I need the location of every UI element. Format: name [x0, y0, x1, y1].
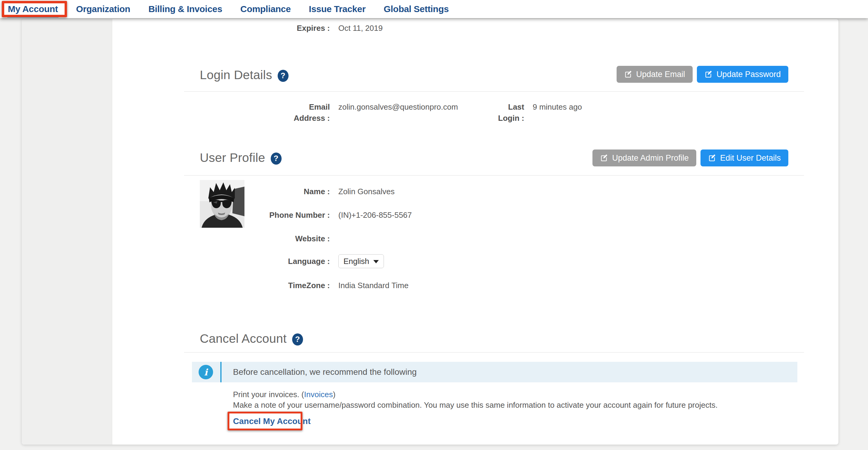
section-divider	[184, 175, 804, 176]
nav-tab-my-account[interactable]: My Account	[8, 0, 58, 18]
user-profile-heading: User Profile ?	[200, 151, 282, 165]
nav-tab-label: Organization	[76, 4, 130, 14]
help-icon[interactable]: ?	[271, 152, 282, 164]
info-icon: i	[198, 365, 213, 379]
cancellation-info-alert: i Before cancellation, we recommend the …	[192, 362, 797, 382]
account-settings-panel: Expires : Oct 11, 2019 Login Details ? U…	[22, 19, 838, 445]
name-row: Name : Zolin Gonsalves	[251, 186, 395, 197]
help-icon[interactable]: ?	[278, 70, 288, 82]
language-dropdown[interactable]: English	[338, 254, 384, 268]
update-password-button[interactable]: Update Password	[697, 66, 788, 83]
alert-text: Before cancellation, we recommend the fo…	[233, 367, 417, 377]
name-label: Name :	[251, 186, 330, 197]
update-email-button[interactable]: Update Email	[617, 66, 693, 83]
update-admin-profile-label: Update Admin Profile	[612, 153, 689, 163]
edit-icon	[705, 70, 713, 79]
timezone-value: India Standard Time	[338, 280, 409, 291]
cancel-my-account-link[interactable]: Cancel My Account	[233, 417, 311, 426]
user-profile-title: User Profile	[200, 151, 265, 165]
nav-tab-label: My Account	[8, 4, 58, 14]
update-email-label: Update Email	[636, 70, 685, 79]
user-profile-buttons: Update Admin Profile Edit User Details	[592, 150, 788, 167]
update-password-label: Update Password	[716, 70, 781, 79]
print-invoices-line: Print your invoices. (Invoices)	[233, 390, 336, 399]
last-login-row: Last Login : 9 minutes ago	[488, 101, 582, 124]
update-admin-profile-button[interactable]: Update Admin Profile	[592, 150, 696, 167]
edit-icon	[708, 154, 716, 162]
invoices-link[interactable]: Invoices	[304, 390, 333, 399]
edit-user-details-button[interactable]: Edit User Details	[701, 150, 788, 167]
email-address-label: Email Address :	[279, 101, 330, 124]
last-login-label: Last Login :	[488, 101, 524, 124]
help-icon[interactable]: ?	[292, 333, 303, 346]
cancel-account-title: Cancel Account	[200, 332, 287, 346]
nav-tab-organization[interactable]: Organization	[76, 0, 130, 18]
language-row: Language : English	[251, 254, 384, 268]
nav-tab-label: Global Settings	[383, 4, 449, 14]
phone-value: (IN)+1-206-855-5567	[338, 210, 412, 221]
nav-tabs: My Account Organization Billing & Invoic…	[0, 0, 868, 18]
nav-tab-billing-invoices[interactable]: Billing & Invoices	[149, 0, 222, 18]
cancel-account-heading: Cancel Account ?	[200, 332, 303, 346]
expires-value: Oct 11, 2019	[338, 23, 383, 34]
print-invoices-text-suffix: )	[333, 390, 336, 399]
last-login-value: 9 minutes ago	[533, 101, 582, 113]
login-details-buttons: Update Email Update Password	[617, 66, 788, 83]
login-details-title: Login Details	[200, 68, 272, 82]
email-address-row: Email Address : zolin.gonsalves@question…	[279, 101, 458, 124]
timezone-row: TimeZone : India Standard Time	[251, 280, 409, 291]
nav-tab-compliance[interactable]: Compliance	[240, 0, 291, 18]
language-label: Language :	[251, 256, 330, 267]
phone-label: Phone Number :	[251, 210, 330, 221]
section-divider	[184, 352, 804, 353]
nav-tab-global-settings[interactable]: Global Settings	[383, 0, 449, 18]
login-details-heading: Login Details ?	[200, 68, 288, 82]
edit-icon	[600, 154, 608, 162]
username-note-line: Make a note of your username/password co…	[233, 400, 718, 410]
profile-avatar	[200, 180, 245, 228]
email-address-value: zolin.gonsalves@questionpro.com	[338, 101, 458, 113]
expires-row: Expires : Oct 11, 2019	[279, 23, 383, 34]
section-divider	[184, 91, 804, 92]
caret-down-icon	[373, 260, 379, 263]
nav-tab-label: Issue Tracker	[309, 4, 366, 14]
name-value: Zolin Gonsalves	[338, 186, 395, 197]
alert-accent-bar	[220, 362, 221, 382]
nav-tab-label: Compliance	[240, 4, 291, 14]
nav-tab-label: Billing & Invoices	[149, 4, 222, 14]
language-selected-value: English	[343, 257, 369, 266]
website-row: Website :	[251, 233, 338, 244]
edit-icon	[624, 70, 632, 79]
website-label: Website :	[251, 233, 330, 244]
edit-user-details-label: Edit User Details	[720, 153, 781, 163]
expires-label: Expires :	[279, 23, 330, 34]
my-account-content: Expires : Oct 11, 2019 Login Details ? U…	[22, 19, 838, 445]
phone-row: Phone Number : (IN)+1-206-855-5567	[251, 210, 412, 221]
nav-tab-issue-tracker[interactable]: Issue Tracker	[309, 0, 366, 18]
timezone-label: TimeZone :	[251, 280, 330, 291]
top-navigation: My Account Organization Billing & Invoic…	[0, 0, 868, 18]
print-invoices-text: Print your invoices. (	[233, 390, 304, 399]
